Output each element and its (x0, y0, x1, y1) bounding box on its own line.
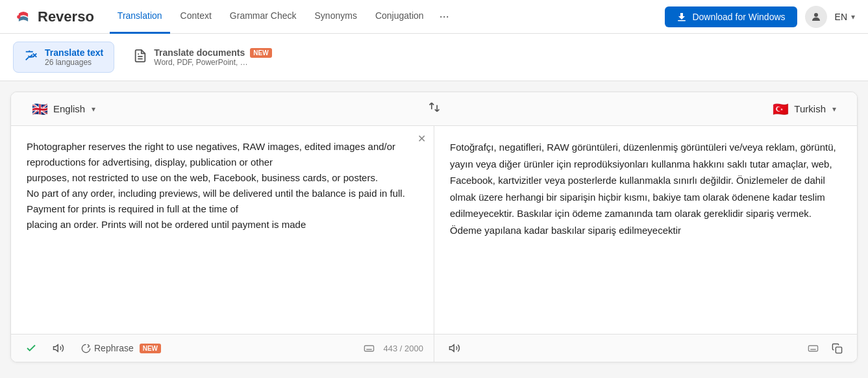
logo-text: Reverso (38, 8, 94, 25)
translation-keyboard-icon (808, 343, 819, 354)
target-flag: 🇹🇷 (773, 101, 789, 117)
swap-icon (428, 101, 441, 114)
translation-audio-icon (449, 342, 460, 354)
nav-more-icon[interactable]: ··· (434, 10, 454, 23)
translator-container: 🇬🇧 English ▾ 🇹🇷 Turkish ▾ ✕ Photographer… (10, 92, 858, 362)
svg-rect-2 (678, 20, 686, 21)
target-language-selector[interactable]: 🇹🇷 Turkish ▾ (765, 97, 844, 121)
translate-text-title: Translate text (45, 47, 103, 58)
source-flag: 🇬🇧 (32, 101, 48, 117)
nav-right: Download for Windows EN ▾ (665, 6, 855, 28)
rephrase-icon (81, 344, 91, 353)
rephrase-button[interactable]: Rephrase NEW (76, 340, 166, 356)
copy-icon (832, 343, 843, 354)
spell-check-button[interactable] (21, 340, 41, 357)
source-chevron-icon: ▾ (92, 105, 95, 114)
translate-text-tab-info: Translate text 26 languages (45, 47, 103, 67)
audio-icon (53, 342, 64, 354)
nav-translation[interactable]: Translation (110, 0, 170, 34)
nav-links: Translation Context Grammar Check Synony… (110, 0, 665, 34)
clear-source-button[interactable]: ✕ (417, 132, 426, 145)
translate-docs-tab-info: Translate documents NEW Word, PDF, Power… (154, 47, 271, 67)
source-language-selector[interactable]: 🇬🇧 English ▾ (24, 97, 103, 121)
tabs-section: Translate text 26 languages Translate do… (0, 34, 868, 81)
swap-languages-button[interactable] (421, 97, 447, 121)
svg-point-1 (17, 15, 20, 18)
target-language-name: Turkish (794, 103, 826, 114)
language-selector-button[interactable]: EN ▾ (835, 12, 855, 22)
download-icon (676, 12, 687, 22)
svg-rect-10 (808, 346, 817, 351)
keyboard-icon (364, 343, 375, 354)
translate-docs-subtitle: Word, PDF, PowerPoint, … (154, 58, 271, 67)
nav-context[interactable]: Context (173, 0, 219, 34)
user-profile-button[interactable] (805, 6, 827, 28)
rephrase-new-badge: NEW (140, 344, 161, 353)
char-count: 443 / 2000 (360, 340, 423, 357)
nav-grammar-check[interactable]: Grammar Check (222, 0, 304, 34)
tab-translate-text[interactable]: Translate text 26 languages (13, 42, 114, 73)
source-toolbar: Rephrase NEW 443 / 2000 (11, 334, 434, 362)
bottom-toolbar: Rephrase NEW 443 / 2000 (11, 334, 857, 362)
language-bar: 🇬🇧 English ▾ 🇹🇷 Turkish ▾ (11, 92, 857, 126)
translate-text-icon (24, 49, 38, 66)
tab-translate-docs[interactable]: Translate documents NEW Word, PDF, Power… (122, 42, 282, 73)
svg-marker-9 (450, 345, 454, 352)
source-audio-button[interactable] (49, 340, 68, 357)
copy-translation-button[interactable] (828, 340, 847, 357)
navbar: Reverso Translation Context Grammar Chec… (0, 0, 868, 34)
source-textarea[interactable]: Photographer reserves the right to use n… (27, 139, 418, 308)
source-panel: ✕ Photographer reserves the right to use… (11, 126, 434, 334)
translation-audio-button[interactable] (445, 340, 464, 357)
target-chevron-icon: ▾ (832, 105, 836, 114)
translate-text-subtitle: 26 languages (45, 58, 103, 67)
nav-synonyms[interactable]: Synonyms (307, 0, 365, 34)
download-button[interactable]: Download for Windows (665, 6, 797, 27)
reverso-logo-icon (13, 6, 34, 27)
svg-rect-8 (364, 346, 373, 351)
new-badge: NEW (250, 48, 271, 58)
logo[interactable]: Reverso (13, 6, 94, 27)
translation-keyboard-button[interactable] (804, 340, 823, 357)
rephrase-label: Rephrase (94, 343, 134, 353)
text-panels: ✕ Photographer reserves the right to use… (11, 126, 857, 334)
translate-docs-title: Translate documents (154, 47, 245, 58)
translation-output: Fotoğrafçı, negatifleri, RAW görüntüleri… (450, 139, 841, 238)
source-keyboard-button[interactable] (360, 340, 378, 357)
svg-point-3 (814, 13, 818, 17)
svg-rect-11 (836, 347, 841, 353)
translation-toolbar (434, 334, 857, 362)
nav-conjugation[interactable]: Conjugation (367, 0, 432, 34)
translate-docs-icon (133, 49, 147, 66)
source-language-name: English (53, 103, 85, 114)
chevron-down-icon: ▾ (851, 12, 855, 21)
svg-marker-7 (54, 345, 58, 352)
translation-panel: Fotoğrafçı, negatifleri, RAW görüntüleri… (434, 126, 857, 334)
spell-check-icon (25, 342, 37, 354)
character-count-display: 443 / 2000 (384, 344, 423, 353)
user-icon (810, 11, 822, 23)
